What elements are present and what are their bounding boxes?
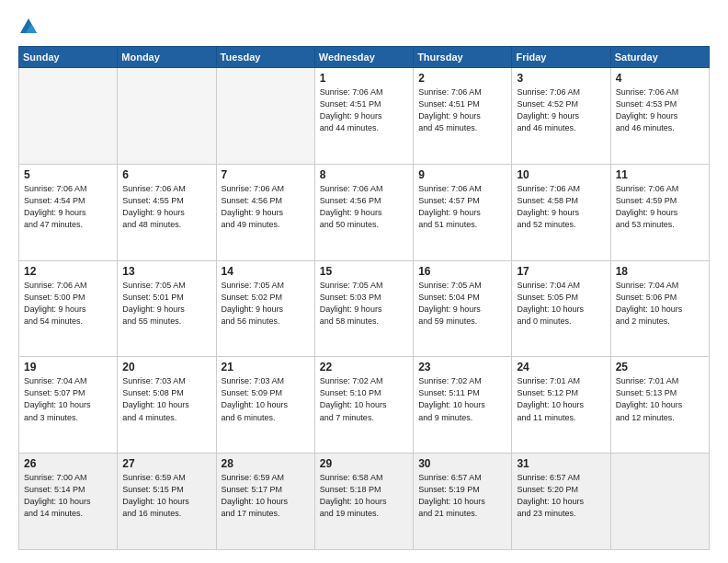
day-info: Sunrise: 7:01 AM Sunset: 5:13 PM Dayligh… bbox=[616, 375, 704, 423]
day-info: Sunrise: 7:04 AM Sunset: 5:06 PM Dayligh… bbox=[616, 280, 704, 327]
day-number: 19 bbox=[24, 361, 112, 373]
weekday-header-row: SundayMondayTuesdayWednesdayThursdayFrid… bbox=[19, 47, 710, 68]
day-number: 8 bbox=[320, 168, 408, 181]
calendar-cell: 11Sunrise: 7:06 AM Sunset: 4:59 PM Dayli… bbox=[610, 164, 709, 260]
day-number: 15 bbox=[320, 265, 408, 278]
weekday-header-tuesday: Tuesday bbox=[216, 47, 314, 68]
day-number: 18 bbox=[616, 265, 704, 278]
calendar-cell: 3Sunrise: 7:06 AM Sunset: 4:52 PM Daylig… bbox=[512, 68, 610, 165]
day-number: 17 bbox=[517, 265, 605, 278]
day-number: 11 bbox=[616, 168, 704, 181]
day-info: Sunrise: 7:04 AM Sunset: 5:05 PM Dayligh… bbox=[517, 280, 605, 327]
day-info: Sunrise: 7:04 AM Sunset: 5:07 PM Dayligh… bbox=[24, 375, 112, 423]
week-row-3: 12Sunrise: 7:06 AM Sunset: 5:00 PM Dayli… bbox=[19, 260, 710, 357]
day-info: Sunrise: 7:03 AM Sunset: 5:09 PM Dayligh… bbox=[222, 375, 310, 423]
calendar-cell: 28Sunrise: 6:59 AM Sunset: 5:17 PM Dayli… bbox=[216, 454, 314, 550]
day-number: 12 bbox=[24, 265, 112, 278]
day-info: Sunrise: 7:06 AM Sunset: 4:51 PM Dayligh… bbox=[418, 86, 506, 134]
day-info: Sunrise: 7:06 AM Sunset: 4:56 PM Dayligh… bbox=[222, 183, 310, 231]
week-row-1: 1Sunrise: 7:06 AM Sunset: 4:51 PM Daylig… bbox=[19, 68, 710, 165]
calendar-cell bbox=[19, 68, 118, 165]
calendar-cell: 26Sunrise: 7:00 AM Sunset: 5:14 PM Dayli… bbox=[19, 454, 118, 550]
day-number: 3 bbox=[517, 72, 605, 85]
day-number: 6 bbox=[122, 168, 210, 181]
day-number: 5 bbox=[24, 168, 112, 181]
calendar-cell: 31Sunrise: 6:57 AM Sunset: 5:20 PM Dayli… bbox=[512, 454, 610, 550]
calendar-body: 1Sunrise: 7:06 AM Sunset: 4:51 PM Daylig… bbox=[19, 68, 710, 550]
calendar-cell: 12Sunrise: 7:06 AM Sunset: 5:00 PM Dayli… bbox=[19, 260, 118, 357]
day-info: Sunrise: 7:03 AM Sunset: 5:08 PM Dayligh… bbox=[122, 375, 210, 423]
weekday-header-friday: Friday bbox=[512, 47, 610, 68]
day-info: Sunrise: 6:59 AM Sunset: 5:17 PM Dayligh… bbox=[222, 472, 310, 520]
calendar-cell: 20Sunrise: 7:03 AM Sunset: 5:08 PM Dayli… bbox=[118, 357, 216, 454]
day-info: Sunrise: 7:00 AM Sunset: 5:14 PM Dayligh… bbox=[24, 472, 112, 520]
day-info: Sunrise: 6:57 AM Sunset: 5:20 PM Dayligh… bbox=[517, 472, 605, 520]
calendar-cell: 7Sunrise: 7:06 AM Sunset: 4:56 PM Daylig… bbox=[216, 164, 314, 260]
calendar-cell: 23Sunrise: 7:02 AM Sunset: 5:11 PM Dayli… bbox=[414, 357, 512, 454]
day-number: 24 bbox=[517, 361, 605, 373]
calendar-cell: 14Sunrise: 7:05 AM Sunset: 5:02 PM Dayli… bbox=[216, 260, 314, 357]
calendar-table: SundayMondayTuesdayWednesdayThursdayFrid… bbox=[18, 46, 710, 550]
day-number: 23 bbox=[418, 361, 506, 373]
day-info: Sunrise: 7:06 AM Sunset: 4:56 PM Dayligh… bbox=[320, 183, 408, 231]
weekday-header-monday: Monday bbox=[118, 47, 216, 68]
calendar-cell: 8Sunrise: 7:06 AM Sunset: 4:56 PM Daylig… bbox=[314, 164, 413, 260]
day-info: Sunrise: 7:05 AM Sunset: 5:01 PM Dayligh… bbox=[122, 280, 210, 327]
calendar-cell: 2Sunrise: 7:06 AM Sunset: 4:51 PM Daylig… bbox=[414, 68, 512, 165]
week-row-2: 5Sunrise: 7:06 AM Sunset: 4:54 PM Daylig… bbox=[19, 164, 710, 260]
day-info: Sunrise: 6:58 AM Sunset: 5:18 PM Dayligh… bbox=[320, 472, 408, 520]
calendar-cell: 21Sunrise: 7:03 AM Sunset: 5:09 PM Dayli… bbox=[216, 357, 314, 454]
calendar-cell: 13Sunrise: 7:05 AM Sunset: 5:01 PM Dayli… bbox=[118, 260, 216, 357]
logo bbox=[18, 17, 42, 37]
day-number: 28 bbox=[222, 457, 310, 470]
calendar-cell: 22Sunrise: 7:02 AM Sunset: 5:10 PM Dayli… bbox=[314, 357, 413, 454]
calendar-cell: 9Sunrise: 7:06 AM Sunset: 4:57 PM Daylig… bbox=[414, 164, 512, 260]
calendar-cell bbox=[216, 68, 314, 165]
day-info: Sunrise: 7:06 AM Sunset: 4:58 PM Dayligh… bbox=[517, 183, 605, 231]
day-number: 16 bbox=[418, 265, 506, 278]
day-number: 30 bbox=[418, 457, 506, 470]
day-number: 26 bbox=[24, 457, 112, 470]
day-info: Sunrise: 6:59 AM Sunset: 5:15 PM Dayligh… bbox=[122, 472, 210, 520]
day-number: 1 bbox=[320, 72, 408, 85]
week-row-5: 26Sunrise: 7:00 AM Sunset: 5:14 PM Dayli… bbox=[19, 454, 710, 550]
day-info: Sunrise: 7:02 AM Sunset: 5:10 PM Dayligh… bbox=[320, 375, 408, 423]
calendar-cell: 10Sunrise: 7:06 AM Sunset: 4:58 PM Dayli… bbox=[512, 164, 610, 260]
calendar-cell: 24Sunrise: 7:01 AM Sunset: 5:12 PM Dayli… bbox=[512, 357, 610, 454]
calendar-cell bbox=[118, 68, 216, 165]
day-info: Sunrise: 7:06 AM Sunset: 4:54 PM Dayligh… bbox=[24, 183, 112, 231]
day-number: 10 bbox=[517, 168, 605, 181]
calendar-cell: 5Sunrise: 7:06 AM Sunset: 4:54 PM Daylig… bbox=[19, 164, 118, 260]
day-info: Sunrise: 7:06 AM Sunset: 4:55 PM Dayligh… bbox=[122, 183, 210, 231]
calendar-cell: 1Sunrise: 7:06 AM Sunset: 4:51 PM Daylig… bbox=[314, 68, 413, 165]
calendar-cell: 25Sunrise: 7:01 AM Sunset: 5:13 PM Dayli… bbox=[610, 357, 709, 454]
calendar-cell: 17Sunrise: 7:04 AM Sunset: 5:05 PM Dayli… bbox=[512, 260, 610, 357]
calendar-cell: 4Sunrise: 7:06 AM Sunset: 4:53 PM Daylig… bbox=[610, 68, 709, 165]
weekday-header-sunday: Sunday bbox=[19, 47, 118, 68]
day-number: 27 bbox=[122, 457, 210, 470]
day-info: Sunrise: 7:06 AM Sunset: 4:59 PM Dayligh… bbox=[616, 183, 704, 231]
day-number: 25 bbox=[616, 361, 704, 373]
day-number: 20 bbox=[122, 361, 210, 373]
day-info: Sunrise: 7:02 AM Sunset: 5:11 PM Dayligh… bbox=[418, 375, 506, 423]
calendar-cell: 29Sunrise: 6:58 AM Sunset: 5:18 PM Dayli… bbox=[314, 454, 413, 550]
weekday-header-thursday: Thursday bbox=[414, 47, 512, 68]
day-number: 2 bbox=[418, 72, 506, 85]
calendar-cell: 18Sunrise: 7:04 AM Sunset: 5:06 PM Dayli… bbox=[610, 260, 709, 357]
day-number: 31 bbox=[517, 457, 605, 470]
day-number: 13 bbox=[122, 265, 210, 278]
day-info: Sunrise: 6:57 AM Sunset: 5:19 PM Dayligh… bbox=[418, 472, 506, 520]
day-info: Sunrise: 7:01 AM Sunset: 5:12 PM Dayligh… bbox=[517, 375, 605, 423]
header bbox=[18, 17, 710, 37]
day-number: 14 bbox=[222, 265, 310, 278]
calendar-cell: 27Sunrise: 6:59 AM Sunset: 5:15 PM Dayli… bbox=[118, 454, 216, 550]
day-info: Sunrise: 7:06 AM Sunset: 4:53 PM Dayligh… bbox=[616, 86, 704, 134]
calendar-cell: 15Sunrise: 7:05 AM Sunset: 5:03 PM Dayli… bbox=[314, 260, 413, 357]
day-number: 7 bbox=[222, 168, 310, 181]
day-info: Sunrise: 7:06 AM Sunset: 4:52 PM Dayligh… bbox=[517, 86, 605, 134]
day-number: 29 bbox=[320, 457, 408, 470]
weekday-header-saturday: Saturday bbox=[610, 47, 709, 68]
calendar-cell: 19Sunrise: 7:04 AM Sunset: 5:07 PM Dayli… bbox=[19, 357, 118, 454]
calendar-cell: 6Sunrise: 7:06 AM Sunset: 4:55 PM Daylig… bbox=[118, 164, 216, 260]
calendar-cell bbox=[610, 454, 709, 550]
